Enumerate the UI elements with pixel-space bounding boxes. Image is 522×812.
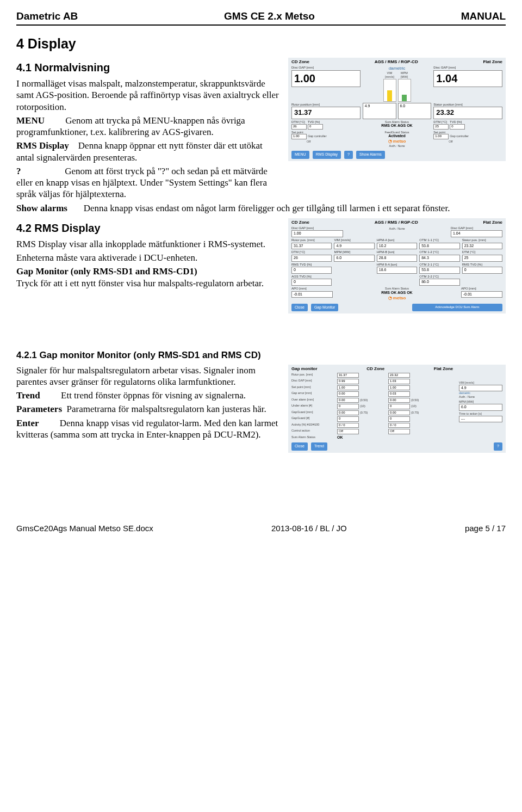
term-enter: Enter [16, 418, 39, 428]
f1-sp1-lbl: Set point [291, 131, 361, 134]
h41: 4.1 Normalvisning [16, 61, 282, 75]
f1-title: AGS / RMS / RGP-CD [375, 59, 418, 65]
f2-sum-v: RMS OK AGS OK [335, 291, 459, 296]
q-desc: ? Genom att först tryck på "?" och sedan… [16, 165, 282, 200]
f1-brand: dametric [363, 66, 432, 71]
f2-apo1-v: -0.01 [291, 291, 333, 298]
f2-otm22-l: OTM 2-2 [°C] [419, 275, 459, 279]
f3-flat: Flat Zone [434, 366, 453, 372]
p42b: Enheterna måste vara aktiverade i DCU-en… [16, 252, 282, 263]
f3-cd: CD Zone [366, 366, 384, 372]
enter-desc: Enter Denna knapp visas vid regulator-la… [16, 417, 282, 441]
f1-dg1-lbl: Disc GAP [mm] [291, 66, 361, 70]
gap-monitor-button[interactable]: Gap Monitor [311, 304, 339, 312]
f1-mpm: MPM [401, 71, 408, 75]
f1-vim-v: 4.9 [363, 103, 396, 119]
f2-dtm-l: DTM [°C] [291, 250, 332, 255]
f2-ags-l: AGS TVD [%] [291, 275, 332, 279]
f1-gc1-v: Off [307, 140, 310, 143]
f2-dtm2-v: 25 [462, 255, 502, 262]
h421: 4.2.1 Gap monitor Monitor (only RMS-SD1 … [16, 349, 506, 361]
f1-flat-val: 1.04 [433, 70, 502, 87]
f2-rmstvd2-l: RMS TVD [%] [462, 263, 502, 267]
page-header: Dametric AB GMS CE 2.x Metso MANUAL [16, 10, 506, 26]
f2-rotor-v: 31.37 [291, 243, 332, 250]
f1-gc1-lbl: Gap controller [308, 134, 327, 138]
term-param: Parameters [16, 404, 62, 414]
footer-left: GmsCe20Ags Manual Metso SE.docx [16, 524, 153, 534]
p42a: RMS Display visar alla inkopplade mätfun… [16, 238, 282, 250]
f2-hpm8a-l: HPM 8-A [ton] [377, 263, 417, 267]
f2-otm21-v: 53.8 [419, 267, 459, 274]
f2-sum-l: Sum Alarm Status [335, 287, 459, 291]
show-alarms-button[interactable]: Show Alarms [356, 151, 385, 159]
menu-desc: MENU Genom att trycka på MENU-knappen nå… [16, 115, 282, 138]
f2-rmstvd2-v: 0 [462, 267, 502, 274]
fig-rms-display: CD Zone AGS / RMS / RGP-CD Flat Zone Dis… [288, 218, 506, 314]
f1-tvd2: 0 [450, 124, 465, 130]
f3-sum-v: OK [337, 435, 343, 440]
f2-hpm8a-v: 18.6 [377, 267, 417, 274]
f1-rmsok: RMS OK AGS OK [363, 124, 432, 128]
f2-metso: metso [393, 296, 406, 300]
p-trend: Ett trend fönster öppnas för visning av … [61, 390, 246, 401]
menu-button[interactable]: MENU [291, 151, 309, 159]
f1-sp1: 1.00 [291, 134, 307, 139]
help-button-gap[interactable]: ? [494, 442, 502, 451]
f2-flatv: 1.04 [451, 230, 502, 237]
f2-mpm-l: MPM [MW] [334, 250, 374, 255]
f3-sum-l: Sum Alarm Status [291, 435, 335, 440]
h42: 4.2 RMS Display [16, 222, 282, 235]
f2-otm21-l: OTM 2-1 [°C] [419, 263, 459, 267]
f2-otm11-v: 53.8 [419, 243, 459, 250]
f1-tvd1-lbl: TVD [%] [308, 120, 320, 124]
close-button-gap[interactable]: Close [291, 442, 308, 451]
f1-rotor-v: 31.37 [291, 107, 361, 119]
f2-ags-v: 0 [291, 279, 332, 286]
f2-otm22-v: 86.0 [419, 279, 459, 286]
f2-dtm-v: 26 [291, 255, 332, 262]
trend-button[interactable]: Trend [311, 442, 327, 451]
f2-otm11-l: OTM 1-1 [°C] [419, 238, 459, 243]
f1-vim-u: [mm/s] [385, 75, 394, 78]
hdr-left: Dametric AB [16, 10, 78, 23]
ack-alarm-button[interactable]: Acknowledge DCU Sum Alarm [412, 304, 502, 312]
f1-tvd1: 0 [308, 124, 323, 130]
p-q: Genom att först tryck på "?" och sedan p… [16, 166, 268, 200]
close-button[interactable]: Close [291, 304, 308, 312]
f1-sp2: 1.00 [433, 134, 449, 139]
f1-fg-lbl: FeedGuard Status [363, 131, 432, 134]
page-footer: GmsCe20Ags Manual Metso SE.docx 2013-08-… [16, 524, 506, 534]
f1-dg2-lbl: Disc GAP [mm] [433, 66, 502, 70]
f1-mpm-u: [MW] [401, 75, 408, 78]
f2-otm12-v: 84.3 [419, 255, 459, 262]
f1-sum-lbl: Sum Alarm Status [363, 120, 432, 124]
sa-desc: Show alarms Denna knapp visas endast om … [16, 202, 506, 214]
help-button[interactable]: ? [344, 151, 353, 159]
p-param: Parametrarna för malspaltsregulatorn kan… [67, 404, 266, 414]
f1-dtm2: 25 [433, 124, 449, 130]
f1-gc2-lbl: Gap controller [450, 134, 469, 138]
p-enter: Denna knapp visas vid regulator-larm. Me… [16, 418, 278, 440]
param-desc: Parameters Parametrarna för malspaltsreg… [16, 403, 282, 415]
f1-mpm-v: 6.0 [398, 103, 432, 119]
f1-fg-v: Activated [363, 134, 432, 139]
f2-mpm-v: 6.0 [334, 255, 374, 262]
h4: 4 Display [16, 35, 506, 52]
p41a: I normalläget visas malspalt, malzonstem… [16, 78, 282, 113]
f1-metso: metso [393, 139, 406, 144]
f1-stator-lbl: Stator position [mm] [433, 103, 502, 107]
f2-stator-l: Stator pos. [mm] [462, 238, 502, 243]
f2-cdv: 1.00 [291, 230, 343, 237]
f2-hpmb-l: HPM-B [ton] [377, 250, 417, 255]
rmsd-desc: RMS Display Denna knapp öppnar ett nytt … [16, 140, 282, 163]
f1-dtm1-lbl: DTM [°C] [291, 120, 305, 124]
f1-auth: Auth.: None [363, 144, 432, 148]
rms-display-button[interactable]: RMS Display [313, 151, 341, 159]
term-q: ? [16, 166, 21, 176]
f1-cd-val: 1.00 [291, 70, 361, 87]
footer-right: page 5 / 17 [465, 524, 506, 534]
f1-vim: VIM [387, 71, 393, 75]
p42c: Tryck för att i ett nytt fönster visa hu… [16, 278, 264, 288]
hdr-right: MANUAL [461, 10, 506, 23]
